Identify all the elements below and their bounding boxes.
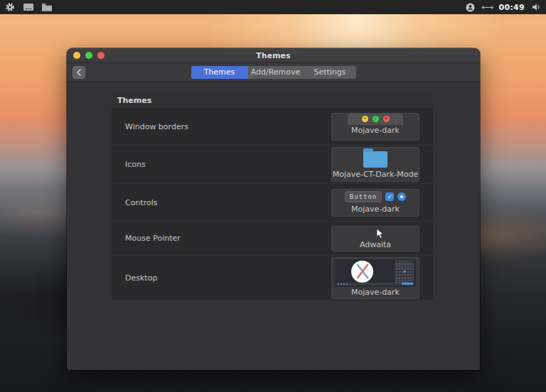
theme-name: Mojave-dark bbox=[351, 126, 400, 135]
icons-theme-button[interactable]: Mojave-CT-Dark-Mode bbox=[331, 147, 419, 182]
section-header: Themes bbox=[112, 94, 433, 107]
mini-minimize-icon: − bbox=[362, 116, 368, 122]
mini-button-preview: Button bbox=[345, 191, 382, 202]
titlebar[interactable]: Themes bbox=[67, 48, 480, 63]
mini-radio-icon bbox=[397, 192, 406, 201]
window-borders-theme-button[interactable]: − ∕ × Mojave-dark bbox=[331, 113, 419, 141]
maximize-button[interactable] bbox=[85, 52, 92, 59]
theme-name: Mojave-CT-Dark-Mode bbox=[333, 170, 419, 179]
controls-theme-button[interactable]: Button ✓ Mojave-dark bbox=[331, 189, 419, 217]
blue-folder-icon bbox=[363, 151, 387, 168]
clock[interactable]: 00:49 bbox=[498, 3, 525, 12]
chevron-left-icon bbox=[76, 69, 82, 76]
theme-name: Mojave-dark bbox=[351, 205, 400, 214]
row-label: Controls bbox=[125, 198, 158, 207]
mini-close-icon: × bbox=[383, 116, 390, 122]
cursor-arrow-icon bbox=[376, 228, 385, 239]
mini-calendar-widget bbox=[395, 261, 414, 283]
row-label: Icons bbox=[125, 160, 146, 169]
volume-icon[interactable] bbox=[530, 1, 542, 13]
controls-preview: Button ✓ bbox=[345, 191, 407, 202]
desktop-preview bbox=[335, 259, 416, 287]
desktop-theme-button[interactable]: Mojave-dark bbox=[331, 257, 419, 299]
user-icon[interactable] bbox=[464, 1, 476, 13]
row-window-borders: Window borders − ∕ × Mojave-dark bbox=[112, 107, 433, 145]
top-panel: ⟷ 00:49 bbox=[0, 0, 546, 14]
folder-icon[interactable] bbox=[41, 1, 53, 13]
row-icons: Icons Mojave-CT-Dark-Mode bbox=[112, 145, 433, 183]
row-mouse-pointer: Mouse Pointer Adwaita bbox=[112, 221, 433, 255]
minimize-button[interactable] bbox=[73, 52, 80, 59]
mini-maximize-icon: ∕ bbox=[373, 116, 379, 122]
mini-titlebar-preview: − ∕ × bbox=[348, 114, 403, 125]
mini-taskbar-button bbox=[402, 283, 413, 285]
content-area: Themes Window borders − ∕ × Mojave-dark … bbox=[67, 82, 480, 370]
tab-bar: Themes Add/Remove Settings bbox=[191, 66, 356, 79]
calendar-today-dot bbox=[403, 271, 406, 273]
back-button[interactable] bbox=[73, 66, 85, 79]
row-label: Mouse Pointer bbox=[125, 234, 181, 243]
themes-section: Themes Window borders − ∕ × Mojave-dark … bbox=[112, 94, 433, 300]
gear-icon[interactable] bbox=[4, 1, 16, 13]
panel-left-launchers bbox=[4, 1, 53, 13]
panel-indicators: ⟷ 00:49 bbox=[464, 1, 542, 13]
mini-taskbar bbox=[336, 283, 414, 285]
os-x-logo-icon bbox=[351, 261, 373, 283]
network-icon[interactable]: ⟷ bbox=[481, 1, 493, 13]
row-label: Window borders bbox=[125, 122, 188, 131]
row-desktop: Desktop bbox=[112, 255, 433, 300]
row-controls: Controls Button ✓ Mojave-dark bbox=[112, 183, 433, 221]
headerbar: Themes Add/Remove Settings bbox=[67, 63, 480, 82]
mini-checkbox-icon: ✓ bbox=[385, 192, 394, 201]
theme-name: Adwaita bbox=[360, 240, 391, 249]
close-button[interactable] bbox=[97, 52, 105, 59]
tab-settings[interactable]: Settings bbox=[304, 66, 356, 79]
laptop-icon[interactable] bbox=[23, 1, 34, 13]
window-controls bbox=[73, 48, 105, 62]
window-title: Themes bbox=[67, 51, 480, 60]
mouse-pointer-theme-button[interactable]: Adwaita bbox=[331, 226, 419, 251]
themes-window: Themes Themes Add/Remove Settings Themes… bbox=[67, 48, 480, 370]
tab-add-remove[interactable]: Add/Remove bbox=[248, 66, 304, 79]
theme-name: Mojave-dark bbox=[351, 288, 400, 297]
tab-themes[interactable]: Themes bbox=[191, 66, 248, 79]
row-label: Desktop bbox=[125, 273, 157, 283]
